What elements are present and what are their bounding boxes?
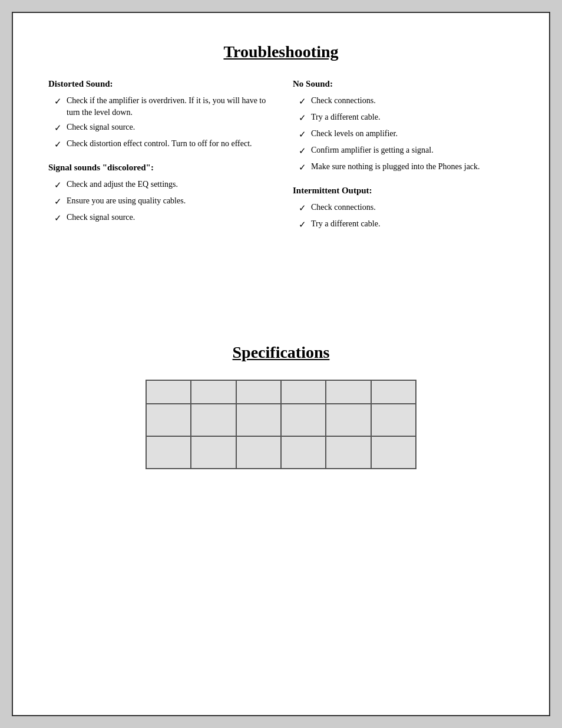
table-cell <box>326 380 371 404</box>
list-item: ✓ Try a different cable. <box>299 111 514 124</box>
list-item-text: Check connections. <box>311 202 376 213</box>
list-item: ✓ Check connections. <box>299 95 514 108</box>
table-cell <box>371 404 416 436</box>
discolored-signal-heading: Signal sounds "discolored": <box>48 163 269 173</box>
checkmark-icon: ✓ <box>299 129 306 141</box>
list-item-text: Confirm amplifier is getting a signal. <box>311 144 434 156</box>
distorted-sound-heading: Distorted Sound: <box>48 79 269 89</box>
list-item-text: Check distortion effect control. Turn to… <box>67 138 252 150</box>
distorted-sound-list: ✓ Check if the amplifier is overdriven. … <box>48 95 269 151</box>
checkmark-icon: ✓ <box>299 162 306 174</box>
discolored-signal-list: ✓ Check and adjust the EQ settings. ✓ En… <box>48 179 269 225</box>
list-item: ✓ Check signal source. <box>54 121 269 134</box>
specs-table-wrapper <box>48 380 514 469</box>
checkmark-icon: ✓ <box>54 139 62 151</box>
specifications-title: Specifications <box>48 343 514 362</box>
list-item: ✓ Check if the amplifier is overdriven. … <box>54 95 269 118</box>
table-cell <box>371 436 416 469</box>
checkmark-icon: ✓ <box>54 95 62 108</box>
checkmark-icon: ✓ <box>54 212 62 225</box>
no-sound-section: No Sound: ✓ Check connections. ✓ Try a d… <box>293 79 514 174</box>
table-cell <box>236 380 281 404</box>
table-cell <box>146 380 191 404</box>
intermittent-output-section: Intermittent Output: ✓ Check connections… <box>293 186 514 231</box>
no-sound-heading: No Sound: <box>293 79 514 89</box>
right-column: No Sound: ✓ Check connections. ✓ Try a d… <box>293 79 514 243</box>
page: Troubleshooting Distorted Sound: ✓ Check… <box>12 12 550 716</box>
list-item-text: Check if the amplifier is overdriven. If… <box>67 95 269 118</box>
list-item: ✓ Check and adjust the EQ settings. <box>54 179 269 192</box>
table-cell <box>371 380 416 404</box>
table-cell <box>191 436 236 469</box>
list-item-text: Check connections. <box>311 95 376 107</box>
intermittent-output-heading: Intermittent Output: <box>293 186 514 196</box>
list-item-text: Try a different cable. <box>311 218 380 230</box>
table-cell <box>191 380 236 404</box>
table-cell <box>281 404 326 436</box>
checkmark-icon: ✓ <box>299 202 306 215</box>
list-item: ✓ Make sure nothing is plugged into the … <box>299 161 514 174</box>
table-cell <box>326 404 371 436</box>
list-item-text: Check signal source. <box>67 212 135 223</box>
specifications-section: Specifications <box>48 343 514 469</box>
no-sound-list: ✓ Check connections. ✓ Try a different c… <box>293 95 514 174</box>
spacer <box>48 261 514 308</box>
intermittent-output-list: ✓ Check connections. ✓ Try a different c… <box>293 202 514 231</box>
table-cell <box>281 436 326 469</box>
checkmark-icon: ✓ <box>54 196 62 208</box>
left-column: Distorted Sound: ✓ Check if the amplifie… <box>48 79 269 243</box>
list-item: ✓ Check signal source. <box>54 212 269 225</box>
checkmark-icon: ✓ <box>54 179 62 192</box>
list-item: ✓ Check levels on amplifier. <box>299 128 514 141</box>
troubleshooting-grid: Distorted Sound: ✓ Check if the amplifie… <box>48 79 514 243</box>
list-item: ✓ Check distortion effect control. Turn … <box>54 138 269 151</box>
checkmark-icon: ✓ <box>299 145 306 157</box>
list-item: ✓ Check connections. <box>299 202 514 215</box>
table-cell <box>236 436 281 469</box>
list-item: ✓ Ensure you are using quality cables. <box>54 195 269 208</box>
table-cell <box>326 436 371 469</box>
table-row <box>146 404 416 436</box>
list-item: ✓ Try a different cable. <box>299 218 514 231</box>
list-item-text: Ensure you are using quality cables. <box>67 195 186 207</box>
table-cell <box>146 404 191 436</box>
table-cell <box>281 380 326 404</box>
table-cell <box>191 404 236 436</box>
list-item-text: Check and adjust the EQ settings. <box>67 179 178 190</box>
list-item: ✓ Confirm amplifier is getting a signal. <box>299 144 514 157</box>
table-cell <box>146 436 191 469</box>
discolored-signal-section: Signal sounds "discolored": ✓ Check and … <box>48 163 269 225</box>
list-item-text: Make sure nothing is plugged into the Ph… <box>311 161 480 173</box>
table-row <box>146 380 416 404</box>
checkmark-icon: ✓ <box>54 122 62 134</box>
specs-table <box>146 380 416 469</box>
troubleshooting-section: Troubleshooting Distorted Sound: ✓ Check… <box>48 42 514 243</box>
list-item-text: Try a different cable. <box>311 111 380 123</box>
distorted-sound-section: Distorted Sound: ✓ Check if the amplifie… <box>48 79 269 151</box>
list-item-text: Check signal source. <box>67 121 135 133</box>
list-item-text: Check levels on amplifier. <box>311 128 398 140</box>
table-cell <box>236 404 281 436</box>
checkmark-icon: ✓ <box>299 95 306 108</box>
table-row <box>146 436 416 469</box>
checkmark-icon: ✓ <box>299 112 306 124</box>
checkmark-icon: ✓ <box>299 219 306 231</box>
troubleshooting-title: Troubleshooting <box>48 42 514 61</box>
